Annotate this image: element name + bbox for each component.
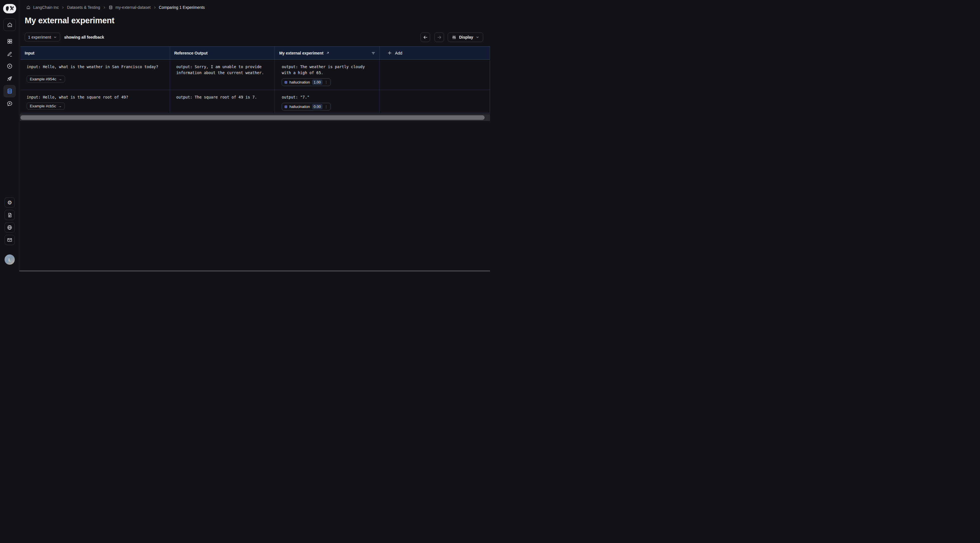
sliders-icon <box>452 35 457 40</box>
experiment-count-dropdown[interactable]: 1 experiment <box>25 33 60 41</box>
feedback-color-chip <box>285 81 287 84</box>
chevron-down-icon <box>53 35 57 39</box>
column-header-experiment[interactable]: My external experiment <box>275 46 379 59</box>
input-cell[interactable]: input: Hello, what is the weather in San… <box>21 60 170 90</box>
sidebar-item-tracing[interactable] <box>6 63 13 70</box>
horizontal-scrollbar-track[interactable] <box>20 114 490 121</box>
home-icon[interactable] <box>26 5 31 10</box>
user-avatar[interactable]: L <box>5 255 15 265</box>
example-link-label: Example #cb5c <box>30 104 56 108</box>
table-row: input: Hello, what is the weather in San… <box>21 60 490 90</box>
empty-cell <box>379 60 490 90</box>
column-header-input[interactable]: Input <box>21 46 170 59</box>
filter-lines-icon[interactable] <box>371 51 375 56</box>
home-icon <box>7 22 13 28</box>
sidebar-item-feedback[interactable] <box>6 100 13 107</box>
table-header-row: Input Reference Output My external exper… <box>21 46 490 60</box>
chevron-right-icon <box>61 6 64 9</box>
mail-icon <box>7 237 13 243</box>
sidebar-item-annotation[interactable] <box>6 51 13 57</box>
toolbar-right: Display <box>420 32 483 42</box>
experiment-output-cell[interactable]: output: The weather is partly cloudy wit… <box>275 60 379 90</box>
pencil-icon <box>7 51 13 57</box>
breadcrumb-section[interactable]: Datasets & Testing <box>67 5 100 10</box>
feedback-color-chip <box>285 105 287 108</box>
database-icon <box>6 88 13 94</box>
table-row: input: Hello, what is the square root of… <box>21 90 490 113</box>
example-link-label: Example #954c <box>30 77 56 81</box>
chevron-right-icon <box>153 6 156 9</box>
input-cell[interactable]: input: Hello, what is the square root of… <box>21 90 170 113</box>
experiment-output-text: output: The weather is partly cloudy wit… <box>282 64 375 76</box>
feedback-score: 1.00 <box>312 80 323 85</box>
chevron-right-icon <box>103 6 106 9</box>
overflow-menu-icon[interactable]: ⋮ <box>325 80 328 84</box>
feedback-score: 0.00 <box>312 104 323 109</box>
arrow-right-icon <box>437 35 442 40</box>
comparison-table: Input Reference Output My external exper… <box>21 46 490 113</box>
breadcrumb-dataset[interactable]: my-external-dataset <box>116 5 151 10</box>
display-button-label: Display <box>459 35 473 40</box>
sidebar-item-mail[interactable] <box>5 235 15 245</box>
feedback-badge[interactable]: hallucination 0.00 ⋮ <box>282 103 331 110</box>
column-header-label: Input <box>25 51 34 56</box>
play-circle-icon <box>6 63 13 69</box>
external-link-icon[interactable] <box>326 51 329 55</box>
sidebar-item-home[interactable] <box>3 19 16 31</box>
chevron-down-icon <box>476 35 479 39</box>
column-header-reference-output[interactable]: Reference Output <box>170 46 275 59</box>
parrot-and-tools-icon <box>4 5 15 12</box>
breadcrumb-current: Comparing 1 Experiments <box>159 5 205 10</box>
breadcrumb-org[interactable]: LangChain Inc <box>33 5 59 10</box>
grid-icon <box>7 38 13 44</box>
example-link-button[interactable]: Example #cb5c → <box>27 102 65 110</box>
langsmith-logo[interactable] <box>3 4 16 13</box>
sidebar-item-settings[interactable]: ⚙ <box>5 197 15 208</box>
toolbar-left: 1 experiment showing all feedback <box>25 33 104 41</box>
display-settings-button[interactable]: Display <box>448 32 483 42</box>
feedback-note: showing all feedback <box>64 35 104 40</box>
avatar-initial: L <box>8 257 11 262</box>
add-column-label: Add <box>395 51 402 56</box>
example-link-button[interactable]: Example #954c → <box>27 76 65 83</box>
feedback-name: hallucination <box>289 105 310 109</box>
sidebar-item-deployments[interactable] <box>6 75 13 82</box>
overflow-menu-icon[interactable]: ⋮ <box>325 105 328 109</box>
reference-output-cell[interactable]: output: Sorry, I am unable to provide in… <box>170 60 275 90</box>
gear-icon: ⚙ <box>7 200 12 205</box>
column-header-label: Reference Output <box>174 51 207 56</box>
add-experiment-column[interactable]: Add <box>379 46 490 59</box>
globe-icon <box>7 225 13 230</box>
message-plus-icon <box>6 100 13 107</box>
arrow-right-icon: → <box>58 104 62 108</box>
page-title: My external experiment <box>25 16 115 25</box>
arrow-left-icon <box>423 35 428 40</box>
reference-output-cell[interactable]: output: The square root of 49 is 7. <box>170 90 275 113</box>
feedback-badge[interactable]: hallucination 1.00 ⋮ <box>282 78 331 86</box>
input-text: input: Hello, what is the weather in San… <box>27 64 165 70</box>
sidebar-item-dashboards[interactable] <box>6 38 13 45</box>
feedback-name: hallucination <box>289 80 310 84</box>
plus-icon <box>387 51 392 56</box>
reference-output-text: output: The square root of 49 is 7. <box>176 94 270 100</box>
sidebar-item-website[interactable] <box>5 222 15 232</box>
experiment-output-text: output: "7." <box>282 94 375 100</box>
back-button[interactable] <box>420 32 430 42</box>
window-bottom-edge <box>0 271 490 272</box>
sidebar-item-docs[interactable] <box>5 210 15 220</box>
rocket-icon <box>6 76 13 82</box>
experiment-output-cell[interactable]: output: "7." hallucination 0.00 ⋮ <box>275 90 379 113</box>
sidebar-item-datasets-active[interactable] <box>3 85 16 97</box>
arrow-right-icon: → <box>58 77 62 81</box>
database-icon <box>108 5 113 10</box>
reference-output-text: output: Sorry, I am unable to provide in… <box>176 64 270 76</box>
sidebar: ⚙ L <box>0 0 19 272</box>
experiment-count-label: 1 experiment <box>28 35 51 40</box>
horizontal-scrollbar-thumb[interactable] <box>21 115 485 120</box>
empty-cell <box>379 90 490 113</box>
input-text: input: Hello, what is the square root of… <box>27 94 165 100</box>
column-header-label: My external experiment <box>279 51 323 56</box>
forward-button[interactable] <box>434 32 444 42</box>
breadcrumb: LangChain Inc Datasets & Testing my-exte… <box>26 5 205 10</box>
document-icon <box>7 212 13 218</box>
